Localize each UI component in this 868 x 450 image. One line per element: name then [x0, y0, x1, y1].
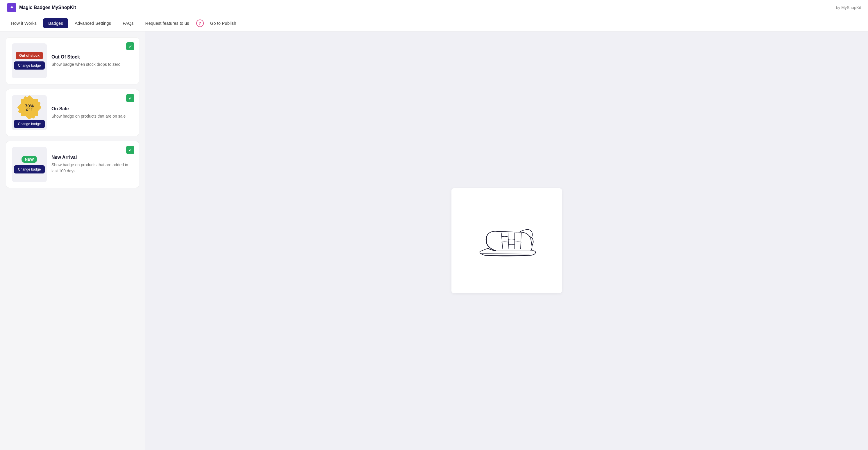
header-left: ✦ Magic Badges MyShopKit — [7, 3, 76, 12]
new-arrival-badge-pill: NEW — [22, 156, 37, 163]
star-badge-text: 70% OFF — [25, 103, 34, 111]
star-badge-shape: 70% OFF — [21, 99, 38, 116]
check-icon-out-of-stock: ✓ — [126, 42, 134, 50]
nav-bar: How it Works Badges Advanced Settings FA… — [0, 15, 868, 31]
badge-preview-on-sale: 70% OFF Change badge — [12, 95, 47, 130]
badge-preview-new-arrival: NEW Change badge — [12, 147, 47, 182]
badge-desc-on-sale: Show badge on products that are on sale — [52, 113, 133, 119]
out-of-stock-badge-pill: Out of stock — [16, 52, 43, 59]
check-icon-on-sale: ✓ — [126, 94, 134, 102]
preview-card — [452, 188, 562, 293]
app-header: ✦ Magic Badges MyShopKit by MyShopKit — [0, 0, 868, 15]
nav-item-request-features[interactable]: Request features to us — [140, 18, 194, 28]
badge-title-out-of-stock: Out Of Stock — [52, 54, 133, 60]
preview-panel — [145, 31, 868, 450]
by-label: by MyShopKit — [836, 5, 861, 10]
question-icon: ? — [196, 20, 204, 27]
nav-item-faqs[interactable]: FAQs — [118, 18, 139, 28]
badge-desc-new-arrival: Show badge on products that are added in… — [52, 162, 133, 174]
sale-off: OFF — [25, 108, 34, 111]
sale-percent: 70% — [25, 103, 34, 108]
change-badge-btn-new-arrival[interactable]: Change badge — [14, 165, 45, 173]
nav-item-how-it-works[interactable]: How it Works — [6, 18, 42, 28]
badge-card-out-of-stock: Out of stock Change badge Out Of Stock S… — [6, 37, 139, 84]
main-content: Out of stock Change badge Out Of Stock S… — [0, 31, 868, 450]
badge-preview-out-of-stock: Out of stock Change badge — [12, 44, 47, 78]
app-title: Magic Badges MyShopKit — [19, 5, 76, 10]
change-badge-btn-on-sale[interactable]: Change badge — [14, 120, 45, 128]
shoe-preview-image — [475, 222, 539, 259]
nav-item-advanced-settings[interactable]: Advanced Settings — [69, 18, 116, 28]
badge-info-on-sale: On Sale Show badge on products that are … — [52, 106, 133, 119]
logo-icon: ✦ — [7, 3, 16, 12]
change-badge-btn-out-of-stock[interactable]: Change badge — [14, 61, 45, 69]
badge-card-new-arrival: NEW Change badge New Arrival Show badge … — [6, 141, 139, 188]
badge-info-out-of-stock: Out Of Stock Show badge when stock drops… — [52, 54, 133, 67]
badge-card-on-sale: 70% OFF Change badge On Sale Show badge … — [6, 89, 139, 136]
badge-list-panel: Out of stock Change badge Out Of Stock S… — [0, 31, 145, 450]
star-badge-wrap: 70% OFF — [19, 97, 39, 118]
badge-title-new-arrival: New Arrival — [52, 155, 133, 160]
nav-item-go-to-publish[interactable]: Go to Publish — [205, 18, 242, 28]
badge-title-on-sale: On Sale — [52, 106, 133, 111]
badge-desc-out-of-stock: Show badge when stock drops to zero — [52, 61, 133, 67]
check-icon-new-arrival: ✓ — [126, 146, 134, 154]
badge-info-new-arrival: New Arrival Show badge on products that … — [52, 155, 133, 174]
nav-item-badges[interactable]: Badges — [43, 18, 68, 28]
